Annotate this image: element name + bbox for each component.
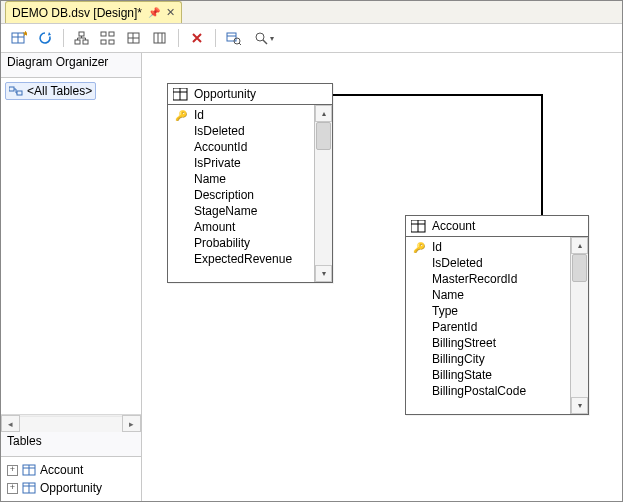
column-name: ExpectedRevenue: [194, 252, 292, 266]
column-name: BillingStreet: [432, 336, 496, 350]
diagram-canvas[interactable]: Opportunity 🔑Id IsDeleted AccountId IsPr…: [142, 53, 622, 501]
organizer-item-label: <All Tables>: [27, 84, 92, 98]
scroll-thumb[interactable]: [316, 122, 331, 150]
table-icon: [173, 88, 188, 101]
close-icon[interactable]: ✕: [166, 6, 175, 19]
column-row[interactable]: BillingState: [406, 367, 570, 383]
table-header[interactable]: Account: [406, 216, 588, 237]
column-name: BillingState: [432, 368, 492, 382]
column-row[interactable]: AccountId: [168, 139, 314, 155]
table-header[interactable]: Opportunity: [168, 84, 332, 105]
column-name: BillingPostalCode: [432, 384, 526, 398]
column-name: IsDeleted: [194, 124, 245, 138]
column-row[interactable]: ExpectedRevenue: [168, 251, 314, 267]
table-opportunity[interactable]: Opportunity 🔑Id IsDeleted AccountId IsPr…: [167, 83, 333, 283]
workspace: Diagram Organizer <All Tables> ◂ ▸ Table…: [1, 53, 622, 501]
scroll-up-button[interactable]: ▴: [315, 105, 332, 122]
hierarchy-button[interactable]: [70, 26, 94, 50]
table-title: Opportunity: [194, 87, 256, 101]
column-row[interactable]: BillingStreet: [406, 335, 570, 351]
column-row[interactable]: IsPrivate: [168, 155, 314, 171]
auto-layout-button[interactable]: [96, 26, 120, 50]
tree-item-label: Opportunity: [40, 481, 102, 495]
column-row[interactable]: Type: [406, 303, 570, 319]
delete-button[interactable]: [185, 26, 209, 50]
scroll-up-button[interactable]: ▴: [571, 237, 588, 254]
tree-item-label: Account: [40, 463, 83, 477]
expand-icon[interactable]: +: [7, 465, 18, 476]
document-tab-title: DEMO DB.dsv [Design]*: [12, 6, 142, 20]
toolbar-separator: [215, 29, 216, 47]
table-account[interactable]: Account 🔑Id IsDeleted MasterRecordId Nam…: [405, 215, 589, 415]
scroll-right-button[interactable]: ▸: [122, 415, 141, 432]
column-row[interactable]: StageName: [168, 203, 314, 219]
column-row[interactable]: IsDeleted: [168, 123, 314, 139]
tables-header: Tables: [1, 432, 141, 457]
key-icon: 🔑: [410, 242, 428, 253]
add-table-button[interactable]: ★: [7, 26, 31, 50]
organizer-header: Diagram Organizer: [1, 53, 141, 78]
svg-point-21: [256, 33, 264, 41]
app-window: DEMO DB.dsv [Design]* 📌 ✕ ★: [0, 0, 623, 502]
column-row[interactable]: 🔑Id: [168, 107, 314, 123]
column-row[interactable]: MasterRecordId: [406, 271, 570, 287]
zoom-button[interactable]: ▾: [248, 26, 280, 50]
column-row[interactable]: ParentId: [406, 319, 570, 335]
column-view-button[interactable]: [148, 26, 172, 50]
scroll-track[interactable]: [315, 122, 332, 265]
toolbar-separator: [178, 29, 179, 47]
svg-rect-4: [79, 32, 84, 36]
column-row[interactable]: Description: [168, 187, 314, 203]
column-name: BillingCity: [432, 352, 485, 366]
vertical-scrollbar[interactable]: ▴ ▾: [314, 105, 332, 282]
column-row[interactable]: Name: [168, 171, 314, 187]
organizer-item-all-tables[interactable]: <All Tables>: [5, 82, 96, 100]
svg-rect-14: [154, 33, 165, 43]
column-row[interactable]: IsDeleted: [406, 255, 570, 271]
table-icon: [22, 464, 36, 476]
column-row[interactable]: Name: [406, 287, 570, 303]
scroll-track[interactable]: [20, 416, 122, 432]
column-row[interactable]: Amount: [168, 219, 314, 235]
column-name: Id: [432, 240, 442, 254]
tree-item-opportunity[interactable]: + Opportunity: [7, 479, 135, 497]
grid-view-button[interactable]: [122, 26, 146, 50]
column-row[interactable]: BillingCity: [406, 351, 570, 367]
scroll-down-button[interactable]: ▾: [571, 397, 588, 414]
table-icon: [22, 482, 36, 494]
scroll-thumb[interactable]: [572, 254, 587, 282]
column-name: Name: [432, 288, 464, 302]
key-icon: 🔑: [172, 110, 190, 121]
scroll-track[interactable]: [571, 254, 588, 397]
toolbar-separator: [63, 29, 64, 47]
document-tab[interactable]: DEMO DB.dsv [Design]* 📌 ✕: [5, 1, 182, 23]
column-name: StageName: [194, 204, 257, 218]
svg-rect-9: [101, 40, 106, 44]
scroll-down-button[interactable]: ▾: [315, 265, 332, 282]
pin-icon[interactable]: 📌: [148, 7, 160, 18]
horizontal-scrollbar[interactable]: ◂ ▸: [1, 414, 141, 432]
svg-rect-6: [83, 40, 88, 44]
column-name: Description: [194, 188, 254, 202]
scroll-left-button[interactable]: ◂: [1, 415, 20, 432]
svg-line-22: [263, 40, 267, 44]
tables-tree: + Account + Opportunity: [1, 457, 141, 501]
find-table-button[interactable]: [222, 26, 246, 50]
column-row[interactable]: 🔑Id: [406, 239, 570, 255]
column-name: Amount: [194, 220, 235, 234]
svg-rect-24: [17, 91, 22, 95]
sidebar: Diagram Organizer <All Tables> ◂ ▸ Table…: [1, 53, 142, 501]
column-row[interactable]: Probability: [168, 235, 314, 251]
column-list: 🔑Id IsDeleted MasterRecordId Name Type P…: [406, 237, 570, 414]
column-name: Name: [194, 172, 226, 186]
column-name: MasterRecordId: [432, 272, 517, 286]
column-name: IsPrivate: [194, 156, 241, 170]
refresh-button[interactable]: [33, 26, 57, 50]
tree-item-account[interactable]: + Account: [7, 461, 135, 479]
svg-text:★: ★: [22, 31, 27, 38]
column-row[interactable]: BillingPostalCode: [406, 383, 570, 399]
vertical-scrollbar[interactable]: ▴ ▾: [570, 237, 588, 414]
diagram-icon: [9, 85, 23, 97]
column-name: IsDeleted: [432, 256, 483, 270]
expand-icon[interactable]: +: [7, 483, 18, 494]
